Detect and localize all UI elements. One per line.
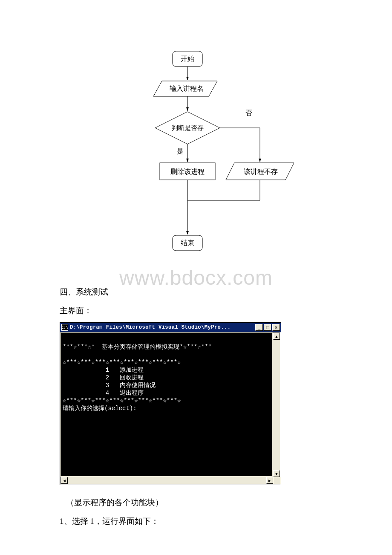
maximize-button[interactable]: □ — [264, 324, 271, 331]
hscroll-track[interactable] — [68, 477, 266, 484]
flow-delete: 删除该进程 — [170, 168, 205, 175]
flow-no: 否 — [245, 109, 252, 116]
scroll-right-button[interactable]: ► — [266, 477, 273, 484]
vertical-scrollbar[interactable]: ▲ ▼ — [273, 332, 281, 477]
caption-functions: （显示程序的各个功能块） — [66, 497, 163, 508]
client-area: ***☆***☆* 基本分页存储管理的模拟实现*☆***☆*** ☆***☆**… — [60, 332, 281, 485]
window-title: D:\Program Files\Microsoft Visual Studio… — [70, 324, 254, 330]
scroll-left-button[interactable]: ◄ — [61, 477, 68, 484]
size-grip[interactable] — [273, 477, 281, 484]
terminal-output: ***☆***☆* 基本分页存储管理的模拟实现*☆***☆*** ☆***☆**… — [60, 332, 273, 477]
flow-notexist: 该讲程不存 — [244, 168, 278, 175]
scroll-up-button[interactable]: ▲ — [273, 333, 280, 340]
horizontal-scrollbar[interactable]: ◄ ► — [60, 477, 281, 485]
flow-yes: 是 — [177, 147, 184, 155]
close-button[interactable]: × — [272, 324, 280, 331]
titlebar: C:\ D:\Program Files\Microsoft Visual St… — [60, 323, 281, 332]
vscroll-track[interactable] — [273, 340, 280, 470]
flow-decision: 判断是否存 — [172, 124, 204, 131]
flow-start: 开始 — [181, 55, 194, 62]
section-heading: 四、系统测试 — [60, 286, 108, 298]
main-interface-label: 主界面： — [60, 305, 92, 316]
minimize-button[interactable]: _ — [255, 324, 263, 331]
watermark-text: www.bdocx.com — [0, 266, 392, 289]
flowchart-svg: 开始 输入讲程名 判断是否存 否 是 删除该进程 该讲程不存 结束 — [124, 47, 303, 264]
flow-input: 输入讲程名 — [170, 85, 204, 92]
step-select-1: 1、选择 1，运行界面如下： — [60, 516, 159, 527]
flowchart: 开始 输入讲程名 判断是否存 否 是 删除该进程 该讲程不存 结束 — [124, 47, 303, 264]
scroll-down-button[interactable]: ▼ — [273, 470, 280, 477]
app-icon: C:\ — [61, 324, 68, 331]
console-window: C:\ D:\Program Files\Microsoft Visual St… — [60, 322, 281, 485]
flow-end: 结束 — [181, 239, 194, 246]
